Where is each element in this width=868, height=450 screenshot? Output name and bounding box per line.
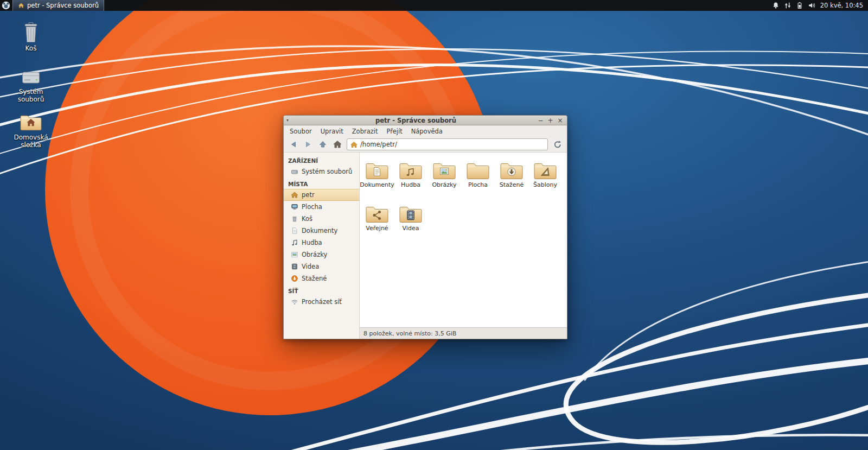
file-dokumenty[interactable]: Dokumenty: [360, 161, 394, 188]
sidebar-item-label: Plocha: [302, 203, 322, 211]
file-label: Veřejné: [366, 225, 388, 232]
drive-icon: [291, 168, 298, 175]
path-home-icon: [350, 141, 358, 148]
document-icon: [291, 227, 298, 234]
up-button[interactable]: [315, 138, 330, 151]
toolbar: /home/petr/: [284, 137, 567, 153]
folder-icon: [398, 161, 423, 181]
file-label: Hudba: [401, 182, 420, 188]
clock[interactable]: 20 kvě, 10:45: [820, 2, 863, 9]
image-icon: [291, 251, 298, 258]
sidebar-item-videa[interactable]: Videa: [284, 261, 359, 272]
statusbar: 8 položek, volné místo: 3,5 GiB: [360, 327, 567, 339]
sidebar-item-kos[interactable]: Koš: [284, 213, 359, 225]
titlebar[interactable]: ▾ petr - Správce souborů − + ×: [284, 116, 567, 125]
main-pane: Dokumenty Hudba: [360, 153, 567, 339]
file-label: Dokumenty: [360, 182, 394, 188]
sidebar-item-label: Procházet síť: [302, 298, 342, 306]
sidebar-item-label: Hudba: [302, 239, 322, 246]
file-view[interactable]: Dokumenty Hudba: [360, 153, 567, 327]
desktop-icon-trash[interactable]: Koš: [7, 22, 55, 53]
window-body: ZAŘÍZENÍ Systém souborů MÍSTA petr: [284, 153, 567, 339]
folder-icon: [432, 161, 457, 181]
video-emblem: [407, 211, 414, 220]
music-note-icon: [291, 239, 298, 246]
menu-prejit[interactable]: Přejít: [382, 126, 406, 136]
battery-icon[interactable]: [796, 2, 803, 9]
file-plocha[interactable]: Plocha: [461, 161, 495, 188]
home-button[interactable]: [330, 138, 344, 151]
menu-soubor[interactable]: Soubor: [285, 126, 316, 136]
back-button[interactable]: [286, 138, 301, 151]
sidebar-item-prochazet-sit[interactable]: Procházet síť: [284, 296, 359, 308]
window-menu-caret[interactable]: ▾: [286, 118, 295, 123]
up-arrow-icon: [317, 140, 328, 149]
sidebar-section-places: MÍSTA: [284, 178, 359, 189]
sidebar-item-filesystem[interactable]: Systém souborů: [284, 166, 359, 178]
maximize-button[interactable]: +: [546, 116, 554, 125]
download-emblem: [508, 168, 515, 175]
forward-button[interactable]: [301, 138, 315, 151]
home-icon: [291, 191, 298, 199]
menu-napoveda[interactable]: Nápověda: [407, 126, 447, 136]
menu-upravit[interactable]: Upravit: [316, 126, 348, 136]
taskbar-window-button[interactable]: petr - Správce souborů: [12, 0, 104, 11]
window-title: petr - Správce souborů: [295, 117, 537, 124]
applications-menu-button[interactable]: [0, 0, 12, 11]
menubar: Soubor Upravit Zobrazit Přejít Nápověda: [284, 125, 567, 137]
sidebar-item-dokumenty[interactable]: Dokumenty: [284, 225, 359, 237]
file-sablony[interactable]: Šablony: [528, 161, 562, 188]
sidebar-item-label: petr: [302, 191, 315, 199]
file-videa[interactable]: Videa: [394, 204, 427, 232]
window-mini-icon: [18, 2, 24, 9]
file-verejne[interactable]: Veřejné: [360, 204, 394, 232]
minimize-button[interactable]: −: [537, 116, 545, 125]
back-arrow-icon: [288, 140, 299, 149]
desktop-icon-label: Domovská složka: [8, 134, 54, 149]
home-folder-icon: [19, 113, 43, 132]
notifications-icon[interactable]: [772, 2, 780, 9]
path-bar[interactable]: /home/petr/: [347, 138, 548, 150]
film-icon: [291, 263, 298, 270]
sidebar-item-label: Stažené: [302, 275, 327, 282]
reload-button[interactable]: [550, 138, 565, 151]
network-icon: [291, 298, 298, 306]
desktop-icon-label: Koš: [8, 45, 54, 53]
sidebar-item-label: Dokumenty: [302, 227, 337, 234]
xubuntu-logo-icon: [2, 1, 10, 10]
image-emblem: [441, 168, 449, 175]
panel-tray: 20 kvě, 10:45: [772, 2, 868, 9]
file-obrazky[interactable]: Obrázky: [427, 161, 461, 188]
network-traffic-icon[interactable]: [784, 2, 792, 9]
reload-icon: [552, 140, 563, 149]
desktop: Koš Systém souborů Domovská složka: [0, 0, 868, 450]
desktop-icon-filesystem[interactable]: Systém souborů: [7, 67, 55, 104]
trash-icon: [291, 215, 298, 223]
menu-zobrazit[interactable]: Zobrazit: [348, 126, 382, 136]
file-stazene[interactable]: Stažené: [495, 161, 528, 188]
download-icon: [291, 275, 298, 282]
sidebar-item-hudba[interactable]: Hudba: [284, 237, 359, 249]
sidebar-item-plocha[interactable]: Plocha: [284, 201, 359, 213]
sidebar-item-stazene[interactable]: Stažené: [284, 272, 359, 284]
sidebar-item-obrazky[interactable]: Obrázky: [284, 249, 359, 261]
file-label: Šablony: [533, 182, 557, 188]
folder-icon: [365, 161, 390, 181]
folder-icon: [398, 204, 423, 225]
close-button[interactable]: ×: [556, 116, 564, 125]
statusbar-text: 8 položek, volné místo: 3,5 GiB: [363, 330, 456, 337]
taskbar-window-label: petr - Správce souborů: [27, 2, 99, 9]
path-input[interactable]: /home/petr/: [360, 141, 397, 148]
desktop-icon-home-folder[interactable]: Domovská složka: [7, 113, 55, 149]
file-manager-window: ▾ petr - Správce souborů − + × Soubor Up…: [283, 115, 567, 339]
trash-icon: [21, 22, 41, 43]
sidebar-item-petr[interactable]: petr: [284, 189, 359, 201]
file-label: Videa: [403, 225, 419, 232]
folder-icon: [365, 204, 390, 225]
sidebar-item-label: Obrázky: [302, 251, 327, 258]
file-label: Plocha: [468, 182, 488, 188]
file-hudba[interactable]: Hudba: [394, 161, 427, 188]
folder-icon: [533, 161, 558, 181]
file-label: Obrázky: [432, 182, 456, 188]
volume-icon[interactable]: [808, 2, 816, 9]
